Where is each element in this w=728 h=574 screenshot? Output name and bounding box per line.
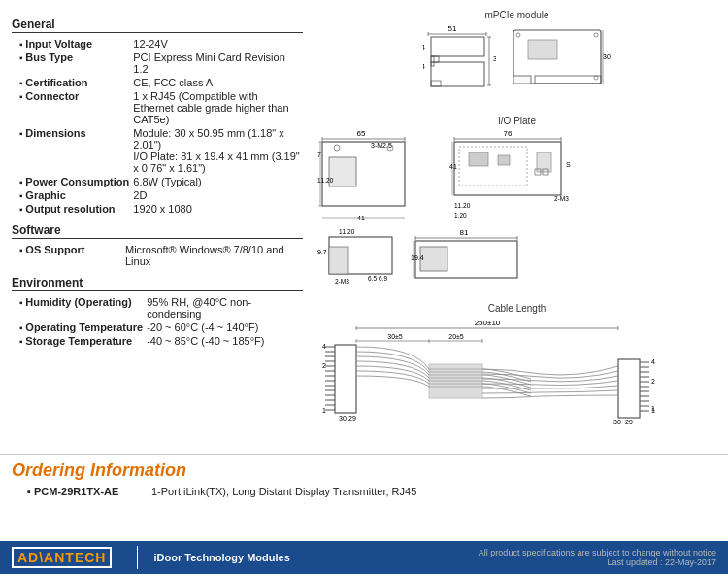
advantech-logo: AD\ANTECH <box>12 547 112 568</box>
ordering-table: PCM-29R1TX-AE 1-Port iLink(TX), Long Dis… <box>12 485 716 498</box>
value-input-voltage: 12-24V <box>131 37 303 51</box>
ordering-section: Ordering Information PCM-29R1TX-AE 1-Por… <box>0 454 728 498</box>
footer-divider <box>137 546 138 569</box>
ioplate-side: 76 <box>449 128 576 225</box>
svg-text:7: 7 <box>317 152 321 158</box>
value-op-temp: -20 ~ 60°C (-4 ~ 140°F) <box>145 321 303 334</box>
ioplate-section: I/O Plate 65 7 <box>317 116 716 297</box>
svg-rect-69 <box>420 247 447 271</box>
svg-text:2: 2 <box>322 362 326 369</box>
logo-rest: \ANTECH <box>39 550 106 565</box>
ordering-title: Ordering Information <box>12 460 716 481</box>
svg-text:S: S <box>566 161 571 168</box>
footer-left: AD\ANTECH iDoor Technology Modules <box>12 546 290 569</box>
ordering-row: PCM-29R1TX-AE 1-Port iLink(TX), Long Dis… <box>12 485 716 498</box>
svg-text:30±5: 30±5 <box>387 333 403 340</box>
svg-rect-18 <box>528 40 557 59</box>
svg-rect-46 <box>469 152 488 166</box>
svg-text:11.20: 11.20 <box>454 202 471 209</box>
label-input-voltage: Input Voltage <box>12 37 131 51</box>
logo-highlight: AD <box>17 550 39 565</box>
value-certification: CE, FCC class A <box>131 76 303 89</box>
svg-text:11.20: 11.20 <box>317 177 334 184</box>
right-panel: mPCIe module 51 4.84 7.54 <box>313 10 716 450</box>
svg-text:2: 2 <box>651 378 655 385</box>
svg-text:76: 76 <box>504 129 513 138</box>
label-dimensions: Dimensions <box>12 126 131 175</box>
label-op-temp: Operating Temperature <box>12 321 145 334</box>
section-general-title: General <box>12 17 303 33</box>
value-dimensions: Module: 30 x 50.95 mm (1.18" x 2.01")I/O… <box>131 126 303 175</box>
spec-row-stor-temp: Storage Temperature -40 ~ 85°C (-40 ~ 18… <box>12 334 303 348</box>
svg-text:9.7: 9.7 <box>317 249 327 255</box>
spec-row-output-res: Output resolution 1920 x 1080 <box>12 202 303 216</box>
svg-rect-13 <box>431 62 484 86</box>
svg-point-20 <box>594 33 598 37</box>
cable-label: Cable Length <box>317 303 716 314</box>
svg-point-21 <box>594 76 598 80</box>
general-specs-table: Input Voltage 12-24V Bus Type PCI Expres… <box>12 37 303 216</box>
svg-text:4.84: 4.84 <box>423 44 425 51</box>
label-graphic: Graphic <box>12 188 131 202</box>
svg-text:7.54: 7.54 <box>423 63 425 70</box>
mpcie-row: 51 4.84 7.54 <box>317 22 716 110</box>
svg-point-19 <box>516 33 520 37</box>
mpcie-top-diagram: 30 <box>504 22 611 110</box>
label-bus-type: Bus Type <box>12 51 131 76</box>
ioplate-row: 65 7 3-M2.5 <box>317 128 716 225</box>
mpcie-label: mPCIe module <box>317 10 716 20</box>
svg-rect-14 <box>431 81 441 86</box>
svg-text:30: 30 <box>603 53 611 60</box>
spec-row-dimensions: Dimensions Module: 30 x 50.95 mm (1.18" … <box>12 126 303 175</box>
ioplate-bottom-left: 9.7 2-M3 6.5 6.9 11.20 <box>317 227 405 297</box>
label-certification: Certification <box>12 76 131 89</box>
footer: AD\ANTECH iDoor Technology Modules All p… <box>0 541 728 574</box>
value-humidity: 95% RH, @40°C non-condensing <box>145 295 303 321</box>
ioplate-bottom-right: 81 19.4 <box>411 227 527 297</box>
svg-rect-59 <box>329 247 348 274</box>
left-panel: General Input Voltage 12-24V Bus Type PC… <box>12 10 313 450</box>
svg-text:6.9: 6.9 <box>379 275 387 282</box>
label-humidity: Humidity (Operating) <box>12 295 145 321</box>
svg-text:2-M3: 2-M3 <box>335 278 349 285</box>
value-os: Microsoft® Windows® 7/8/10 and Linux <box>123 243 303 268</box>
svg-text:20±5: 20±5 <box>448 333 464 340</box>
svg-text:30: 30 <box>339 415 347 422</box>
value-graphic: 2D <box>131 188 303 202</box>
svg-text:41: 41 <box>449 163 457 170</box>
spec-row-certification: Certification CE, FCC class A <box>12 76 303 89</box>
label-connector: Connector <box>12 89 131 126</box>
label-output-res: Output resolution <box>12 202 131 216</box>
svg-text:250±10: 250±10 <box>475 319 501 327</box>
env-specs-table: Humidity (Operating) 95% RH, @40°C non-c… <box>12 295 303 348</box>
footer-updated: Last updated : 22-May-2017 <box>479 557 716 567</box>
ioplate-label: I/O Plate <box>317 116 716 126</box>
software-specs-table: OS Support Microsoft® Windows® 7/8/10 an… <box>12 243 303 268</box>
value-output-res: 1920 x 1080 <box>131 202 303 216</box>
spec-row-power: Power Consumption 6.8W (Typical) <box>12 175 303 188</box>
page-wrapper: General Input Voltage 12-24V Bus Type PC… <box>0 0 728 574</box>
svg-rect-6 <box>431 37 484 56</box>
spec-row-input-voltage: Input Voltage 12-24V <box>12 37 303 51</box>
svg-text:4: 4 <box>322 343 326 350</box>
footer-right: All product specifications are subject t… <box>479 548 716 567</box>
svg-text:30: 30 <box>493 55 496 62</box>
spec-row-os: OS Support Microsoft® Windows® 7/8/10 an… <box>12 243 303 268</box>
svg-rect-47 <box>498 155 510 165</box>
ioplate-front: 65 7 3-M2.5 <box>317 128 444 225</box>
svg-rect-83 <box>335 345 356 413</box>
svg-text:19.4: 19.4 <box>411 254 424 261</box>
svg-rect-103 <box>429 364 482 398</box>
part-number: PCM-29R1TX-AE <box>12 485 148 498</box>
svg-text:11.20: 11.20 <box>339 228 355 235</box>
spec-row-graphic: Graphic 2D <box>12 188 303 202</box>
svg-text:1: 1 <box>322 407 326 414</box>
svg-rect-17 <box>535 76 601 84</box>
svg-text:29: 29 <box>625 419 633 425</box>
svg-text:51: 51 <box>448 24 457 33</box>
svg-text:1.20: 1.20 <box>454 212 467 219</box>
svg-rect-104 <box>618 359 640 418</box>
footer-disclaimer: All product specifications are subject t… <box>479 548 716 557</box>
mpcie-section: mPCIe module 51 4.84 7.54 <box>317 10 716 110</box>
label-os: OS Support <box>12 243 123 268</box>
